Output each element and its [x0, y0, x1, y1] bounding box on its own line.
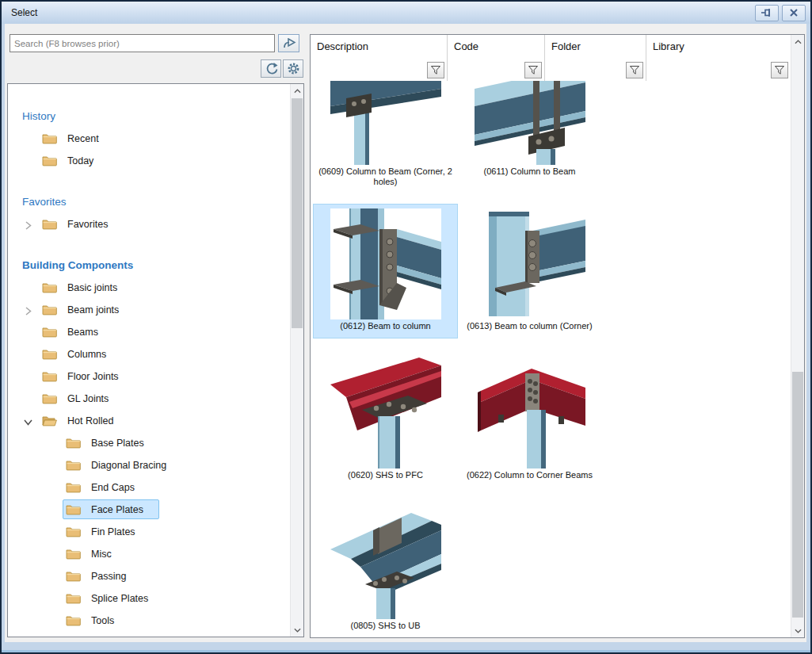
scroll-down-button[interactable]	[791, 624, 804, 637]
tree-folder-label: Beam joints	[67, 304, 119, 316]
tree-folder-basic-joints[interactable]: Basic joints	[8, 277, 290, 300]
filter-funnel-icon	[528, 65, 539, 75]
tree-folder-hot-rolled[interactable]: Hot Rolled	[8, 411, 290, 433]
tree-folder-label: Fin Plates	[91, 526, 135, 537]
folder-icon	[66, 548, 81, 560]
expander[interactable]	[23, 416, 33, 426]
component-item-0805[interactable]: (0805) SHS to UB	[314, 504, 457, 637]
folder-icon-wrap	[66, 481, 81, 493]
folder-icon-wrap	[66, 503, 81, 515]
tree-folder-face-plates[interactable]: Face Plates	[8, 499, 290, 522]
filter-funnel-icon	[774, 65, 785, 75]
search-input[interactable]	[10, 34, 275, 52]
folder-icon-wrap	[66, 614, 81, 626]
scroll-thumb[interactable]	[792, 372, 803, 618]
scroll-up-button[interactable]	[291, 84, 303, 98]
tree-folder-label: Base Plates	[91, 438, 144, 449]
select-dialog: Select	[0, 0, 812, 654]
column-header-description[interactable]: Description	[311, 35, 448, 81]
tree-folder-gl-joints[interactable]: GL Joints	[8, 388, 290, 411]
filter-button-description[interactable]	[427, 62, 444, 78]
folder-icon	[42, 304, 57, 316]
column-header-library[interactable]: Library	[646, 35, 791, 81]
filter-button-code[interactable]	[524, 62, 542, 78]
tree-spacer	[8, 236, 290, 254]
tree-folder-beam-joints[interactable]: Beam joints	[8, 300, 290, 322]
column-label: Description	[317, 40, 368, 52]
tree-folder-diagonal-bracing[interactable]: Diagonal Bracing	[8, 455, 290, 477]
refresh-button[interactable]	[261, 59, 281, 78]
tree-list: History Recent TodayFavorites FavoritesB…	[8, 84, 290, 637]
component-tree: History Recent TodayFavorites FavoritesB…	[7, 83, 304, 637]
close-button[interactable]	[782, 5, 806, 21]
folder-icon	[66, 481, 81, 493]
expander[interactable]	[23, 220, 33, 230]
expander[interactable]	[23, 305, 33, 316]
component-item-0612[interactable]: (0612) Beam to column	[314, 205, 457, 338]
tree-folder-label: GL Joints	[67, 393, 109, 404]
tree-folder-label: Splice Plates	[91, 593, 148, 604]
folder-icon-wrap	[66, 437, 81, 449]
tree-folder-today[interactable]: Today	[8, 151, 290, 173]
titlebar[interactable]: Select	[2, 2, 810, 24]
scroll-thumb[interactable]	[292, 98, 303, 328]
tree-scrollbar[interactable]	[290, 84, 303, 637]
scroll-up-button[interactable]	[791, 35, 804, 48]
refresh-icon	[265, 62, 278, 75]
column-label: Folder	[551, 40, 581, 52]
tree-folder-splice-plates[interactable]: Splice Plates	[8, 588, 290, 610]
folder-icon-wrap	[42, 326, 57, 338]
component-item-0613[interactable]: (0613) Beam to column (Corner)	[458, 205, 601, 338]
chevron-right-icon	[23, 220, 33, 231]
tree-folder-favorites[interactable]: Favorites	[8, 214, 290, 236]
tree-folder-base-plates[interactable]: Base Plates	[8, 433, 290, 455]
tree-folder-label: Columns	[67, 349, 106, 360]
component-item-0622[interactable]: (0622) Column to Corner Beams	[458, 354, 601, 487]
folder-icon-wrap	[42, 392, 57, 404]
tree-folder-fin-plates[interactable]: Fin Plates	[8, 522, 290, 544]
filter-button-folder[interactable]	[626, 62, 643, 78]
tree-folder-misc[interactable]: Misc	[8, 544, 290, 566]
component-thumbnail	[330, 358, 441, 469]
folder-icon	[42, 370, 57, 382]
component-caption: (0613) Beam to column (Corner)	[459, 321, 600, 331]
tree-folder-columns[interactable]: Columns	[8, 344, 290, 366]
component-caption: (0620) SHS to PFC	[315, 470, 456, 480]
tree-folder-l-clips[interactable]: L Clips	[8, 633, 290, 637]
tree-folder-recent[interactable]: Recent	[8, 128, 290, 151]
folder-icon	[42, 281, 57, 293]
column-header-code[interactable]: Code	[448, 35, 545, 81]
component-item-0609[interactable]: (0609) Column to Beam (Corner, 2 holes)	[314, 81, 457, 192]
folder-icon-wrap	[42, 281, 57, 293]
browser-pane: History Recent TodayFavorites FavoritesB…	[5, 24, 309, 642]
tree-folder-end-caps[interactable]: End Caps	[8, 477, 290, 499]
component-thumbnail	[475, 81, 585, 165]
folder-icon	[66, 570, 81, 582]
folder-icon	[66, 526, 81, 537]
folder-icon	[42, 132, 57, 144]
component-thumb-box	[330, 358, 441, 469]
tree-folder-tools[interactable]: Tools	[8, 610, 290, 633]
chevron-down-icon	[23, 417, 33, 427]
component-item-0611[interactable]: (0611) Column to Beam	[458, 81, 601, 192]
component-caption: (0609) Column to Beam (Corner, 2 holes)	[315, 166, 456, 187]
tree-folder-beams[interactable]: Beams	[8, 322, 290, 344]
folder-icon-wrap	[42, 348, 57, 360]
search-go-button[interactable]	[278, 34, 299, 52]
folder-icon	[42, 218, 57, 230]
results-scrollbar[interactable]	[791, 35, 804, 637]
tree-folder-passing[interactable]: Passing	[8, 566, 290, 588]
column-header-folder[interactable]: Folder	[545, 35, 646, 81]
filter-button-library[interactable]	[771, 62, 788, 78]
component-caption: (0805) SHS to UB	[315, 621, 456, 631]
folder-icon	[66, 503, 81, 515]
scroll-down-button[interactable]	[291, 623, 303, 637]
component-thumbnail	[330, 81, 441, 165]
tree-folder-label: Misc	[91, 549, 112, 560]
component-item-0620[interactable]: (0620) SHS to PFC	[314, 354, 457, 487]
tree-folder-floor-joints[interactable]: Floor Joints	[8, 366, 290, 388]
pin-button[interactable]	[755, 5, 779, 21]
results-grid: (0609) Column to Beam (Corner, 2 holes) …	[311, 81, 791, 637]
folder-icon-wrap	[42, 132, 57, 144]
settings-button[interactable]	[283, 59, 303, 78]
